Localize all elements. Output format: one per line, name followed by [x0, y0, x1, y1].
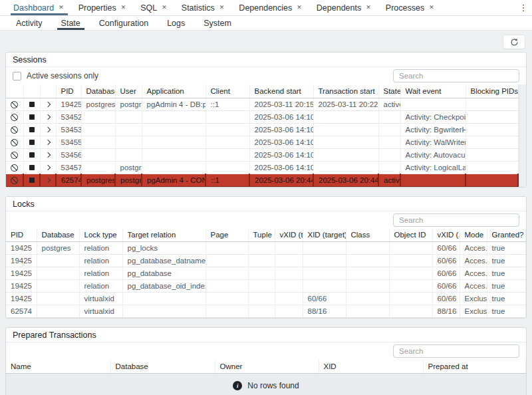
tab-properties[interactable]: Properties✕: [72, 0, 134, 15]
column-header-vxid-t-[interactable]: vXID (t...: [275, 229, 303, 242]
column-header-object-id[interactable]: Object ID: [389, 229, 432, 242]
sessions-search-input[interactable]: [393, 69, 519, 82]
table-cell: [37, 267, 79, 280]
table-row[interactable]: 19425relationpg_database_oid_index60/66A…: [6, 280, 526, 293]
table-cell: [205, 255, 248, 267]
stop-icon[interactable]: [23, 123, 40, 136]
stop-icon[interactable]: [23, 98, 40, 110]
tab-label: Configuration: [99, 19, 148, 28]
close-icon[interactable]: ✕: [297, 5, 302, 11]
cancel-icon[interactable]: [6, 123, 23, 136]
subtab-configuration[interactable]: Configuration: [90, 16, 158, 30]
column-header-owner[interactable]: Owner: [215, 360, 319, 373]
close-icon[interactable]: ✕: [366, 5, 371, 11]
expand-chevron-icon[interactable]: [40, 136, 56, 148]
column-header-database[interactable]: Database: [37, 229, 79, 242]
table-row[interactable]: 19425relationpg_database_datname_ind...6…: [6, 255, 526, 267]
sessions-scrollbar-track[interactable]: [519, 84, 526, 187]
table-row[interactable]: 62574postgrespostgr...pgAdmin 4 - CONN:6…: [6, 174, 518, 186]
tab-label: Dashboard: [13, 3, 54, 13]
column-header-application[interactable]: Application: [142, 84, 205, 98]
close-icon[interactable]: ✕: [219, 5, 225, 11]
locks-panel: Locks PIDDatabaseLock typeTarget relatio…: [5, 196, 527, 319]
column-header-client[interactable]: Client: [205, 84, 249, 98]
stop-icon[interactable]: [23, 161, 40, 174]
cancel-icon[interactable]: [6, 98, 23, 110]
column-header-wait-event[interactable]: Wait event: [400, 84, 466, 98]
stop-icon: [29, 165, 35, 170]
column-header-mode[interactable]: Mode: [460, 229, 487, 242]
expand-chevron-icon[interactable]: [40, 161, 56, 174]
table-row[interactable]: 534552025-03-06 14:10:11 ...Activity: Wa…: [6, 136, 518, 148]
table-row[interactable]: 53457postgr...2025-03-06 14:10:11 ...Act…: [6, 161, 518, 174]
column-header-database[interactable]: Database: [81, 84, 115, 98]
column-header-backend-start[interactable]: Backend start: [249, 84, 313, 98]
close-icon[interactable]: ✕: [162, 5, 167, 11]
column-header-granted-[interactable]: Granted?: [487, 229, 526, 242]
expand-chevron-icon[interactable]: [40, 148, 56, 161]
close-icon[interactable]: ✕: [59, 5, 64, 11]
tab-processes[interactable]: Processes✕: [379, 0, 442, 15]
column-header-pid[interactable]: PID: [56, 84, 81, 98]
refresh-button[interactable]: [503, 35, 525, 49]
tab-sql[interactable]: SQL✕: [134, 0, 175, 15]
cancel-icon[interactable]: [6, 148, 23, 161]
column-header-state[interactable]: State: [378, 84, 400, 98]
cancel-icon: [11, 164, 18, 172]
expand-chevron-icon[interactable]: [40, 174, 56, 186]
table-row[interactable]: 534532025-03-06 14:10:11 ...Activity: Bg…: [6, 123, 518, 136]
close-icon[interactable]: ✕: [429, 5, 434, 11]
tab-statistics[interactable]: Statistics✕: [175, 0, 233, 15]
active-sessions-checkbox[interactable]: [13, 72, 21, 80]
table-row[interactable]: 19425virtualxid60/6660/66Exclusi...true: [6, 293, 526, 305]
column-header-blocking-pids[interactable]: Blocking PIDs: [466, 84, 518, 98]
column-header-lock-type[interactable]: Lock type: [79, 229, 122, 242]
kebab-menu-icon[interactable]: ⋮: [515, 0, 532, 15]
table-cell: [313, 136, 378, 148]
column-header-class[interactable]: Class: [346, 229, 389, 242]
tab-dashboard[interactable]: Dashboard✕: [7, 0, 72, 15]
column-header-xid-target-[interactable]: XID (target): [303, 229, 346, 242]
close-icon[interactable]: ✕: [121, 5, 126, 11]
cancel-icon[interactable]: [6, 161, 23, 174]
column-header-pid[interactable]: PID: [6, 229, 37, 242]
column-header-tuple[interactable]: Tuple: [248, 229, 275, 242]
column-header-name[interactable]: Name: [6, 360, 110, 373]
subtab-state[interactable]: State: [52, 16, 90, 30]
tab-dependencies[interactable]: Dependencies✕: [232, 0, 309, 15]
column-header-page[interactable]: Page: [205, 229, 248, 242]
locks-search-input[interactable]: [393, 213, 519, 227]
expand-chevron-icon[interactable]: [40, 98, 56, 110]
header-icon-spacer: [23, 84, 40, 98]
column-header-target-relation[interactable]: Target relation: [122, 229, 205, 242]
tab-dependents[interactable]: Dependents✕: [310, 0, 379, 15]
table-row[interactable]: 534522025-03-06 14:10:11 ...Activity: Ch…: [6, 110, 518, 123]
table-row[interactable]: 19425relationpg_database60/66Acces...tru…: [6, 267, 526, 280]
expand-chevron-icon[interactable]: [40, 110, 56, 123]
table-row[interactable]: 62574virtualxid88/1688/16Exclusi...true: [6, 305, 526, 318]
column-header-transaction-start[interactable]: Transaction start: [313, 84, 378, 98]
table-cell: [389, 267, 432, 280]
table-row[interactable]: 19425postgresrelationpg_locks60/66Acces.…: [6, 242, 526, 255]
stop-icon[interactable]: [23, 174, 40, 186]
stop-icon[interactable]: [23, 148, 40, 161]
cancel-icon[interactable]: [6, 174, 23, 186]
column-header-prepared-at[interactable]: Prepared at: [423, 360, 526, 373]
table-cell: 53457: [56, 161, 81, 174]
table-row[interactable]: 19425postgrespostgr...pgAdmin 4 - DB:pos…: [6, 98, 518, 110]
column-header-xid[interactable]: XID: [319, 360, 423, 373]
column-header-user[interactable]: User: [115, 84, 142, 98]
stop-icon[interactable]: [23, 110, 40, 123]
column-header-vxid-[interactable]: vXID (...: [432, 229, 460, 242]
subtab-logs[interactable]: Logs: [158, 16, 194, 30]
cancel-icon[interactable]: [6, 136, 23, 148]
cancel-icon[interactable]: [6, 110, 23, 123]
subtab-system[interactable]: System: [194, 16, 241, 30]
expand-chevron-icon[interactable]: [40, 123, 56, 136]
subtab-activity[interactable]: Activity: [7, 16, 52, 30]
prepared-search-input[interactable]: [393, 344, 519, 358]
table-cell: [248, 255, 275, 267]
stop-icon[interactable]: [23, 136, 40, 148]
column-header-database[interactable]: Database: [110, 360, 215, 373]
table-row[interactable]: 534562025-03-06 14:10:11 ...Activity: Au…: [6, 148, 518, 161]
